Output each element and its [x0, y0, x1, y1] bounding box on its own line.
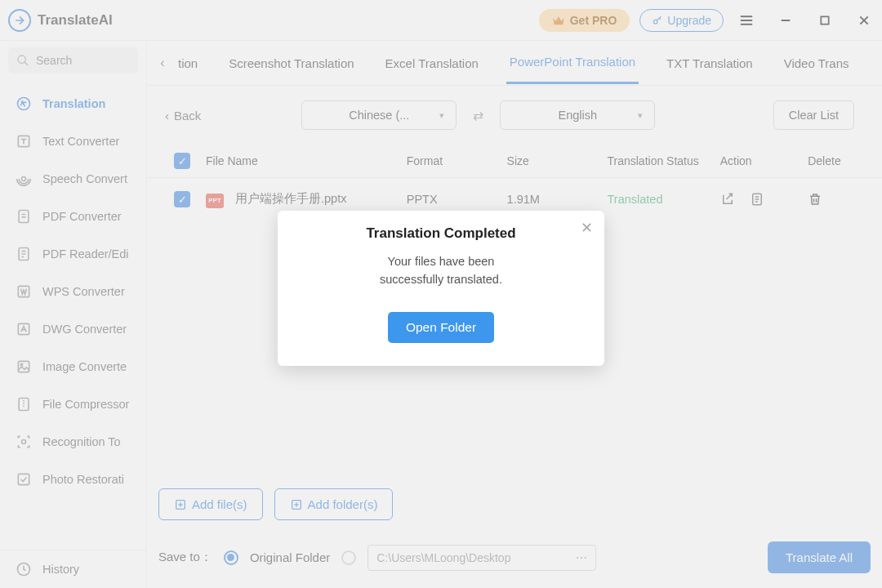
modal-overlay: ✕ Translation Completed Your files have …	[0, 0, 882, 588]
modal-text: Your files have been successfully transl…	[297, 253, 585, 289]
modal-text-line1: Your files have been	[297, 253, 585, 271]
translation-completed-modal: ✕ Translation Completed Your files have …	[278, 211, 604, 366]
modal-title: Translation Completed	[297, 225, 585, 242]
open-folder-button[interactable]: Open Folder	[388, 312, 494, 343]
modal-text-line2: successfully translated.	[297, 271, 585, 289]
modal-close-button[interactable]: ✕	[581, 219, 593, 237]
